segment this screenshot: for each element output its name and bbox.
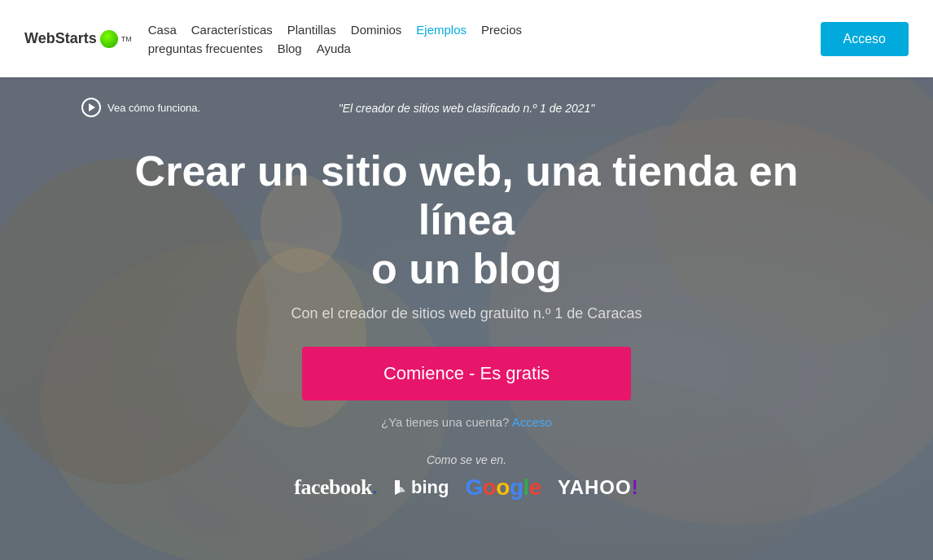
bing-logo: bing (393, 477, 449, 498)
nav-casa[interactable]: Casa (148, 23, 177, 37)
nav-ejemplos[interactable]: Ejemplos (416, 23, 466, 37)
hero-subtitle: Con el creador de sitios web gratuito n.… (291, 305, 642, 322)
nav-row2: preguntas frecuentes Blog Ayuda (148, 42, 522, 55)
logo-tm: TM (121, 35, 132, 43)
yahoo-logo: YAHOO (558, 476, 639, 499)
watch-label: Vea cómo funciona. (107, 102, 200, 114)
brand-logos: facebook bing Google YAHOO (294, 475, 638, 501)
hero-tagline: "El creador de sitios web clasificado n.… (339, 102, 595, 115)
nav-blog[interactable]: Blog (278, 42, 302, 55)
hero-title-line2: o un blog (371, 245, 562, 292)
play-circle-icon (81, 98, 101, 117)
bing-text: bing (411, 477, 449, 498)
hero-title-line1: Crear un sitio web, una tienda en línea (135, 147, 799, 243)
acceso-button[interactable]: Acceso (821, 22, 909, 56)
nav-dominios[interactable]: Dominios (351, 23, 402, 37)
login-link[interactable]: Acceso (512, 415, 552, 429)
navbar-left: WebStarts TM Casa Características Planti… (24, 23, 522, 55)
play-triangle-icon (89, 103, 95, 112)
nav-columns: Casa Características Plantillas Dominios… (148, 23, 522, 55)
hero-content: Vea cómo funciona. "El creador de sitios… (0, 77, 933, 501)
bing-icon (393, 479, 408, 497)
hero-watch[interactable]: Vea cómo funciona. (81, 98, 200, 117)
facebook-logo: facebook (294, 475, 377, 500)
logo-text: WebStarts (24, 30, 97, 47)
logo[interactable]: WebStarts TM (24, 30, 132, 48)
seen-on-label: Como se ve en. (427, 453, 506, 466)
nav-precios[interactable]: Precios (481, 23, 522, 37)
nav-faq[interactable]: preguntas frecuentes (148, 42, 263, 55)
hero-login: ¿Ya tienes una cuenta? Acceso (381, 415, 552, 429)
hero-section: Vea cómo funciona. "El creador de sitios… (0, 77, 933, 560)
hero-title: Crear un sitio web, una tienda en línea … (100, 147, 833, 293)
navbar: WebStarts TM Casa Características Planti… (0, 0, 933, 77)
cta-button[interactable]: Comience - Es gratis (302, 347, 631, 400)
nav-ayuda[interactable]: Ayuda (317, 42, 351, 55)
nav-row1: Casa Características Plantillas Dominios… (148, 23, 522, 37)
nav-plantillas[interactable]: Plantillas (287, 23, 336, 37)
logo-dot-icon (100, 30, 118, 48)
login-prompt: ¿Ya tienes una cuenta? (381, 415, 509, 429)
nav-caracteristicas[interactable]: Características (191, 23, 273, 37)
google-logo: Google (465, 475, 541, 501)
